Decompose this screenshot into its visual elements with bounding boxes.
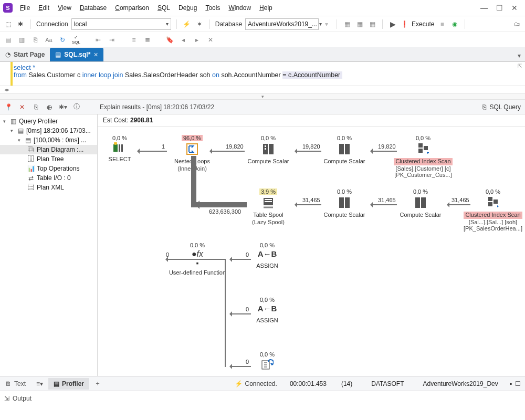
unplug-icon[interactable]: ✶ [195,19,204,29]
db2-icon[interactable]: ▦ [355,19,364,29]
t2-icon-5[interactable]: ≡ [129,35,139,45]
menu-tools[interactable]: Tools [202,2,223,14]
copy-icon[interactable]: ⎘ [32,103,40,111]
t2-icon-1[interactable]: ▤ [3,35,13,45]
stop-flag-icon[interactable]: ❗ [401,20,408,28]
op-compute-scalar-4[interactable]: 0,0 % Compute Scalar [394,188,447,219]
caret-right-icon[interactable]: ◂▸ [4,87,9,92]
plan-diagram-canvas[interactable]: 0,0 % SELECT 96,0 % Nested Loops (Inner … [98,127,525,376]
bottom-tab-add[interactable]: ＋ [89,377,106,390]
sql-check-icon[interactable]: ✓SQL [71,35,81,45]
scroll-up-icon[interactable]: ⇱ [518,63,522,69]
svg-rect-18 [345,197,350,208]
tab-close-icon[interactable]: ✕ [93,51,98,58]
check-icon[interactable]: ◉ [450,19,459,29]
svg-rect-20 [421,197,426,208]
menu-database[interactable]: Database [77,2,110,14]
tab-sql-label: SQL.sql* [64,51,90,58]
op-assign-1[interactable]: 0,0 % A←B ASSIGN [249,242,286,270]
t2-icon-3[interactable]: ⎘ [30,35,40,45]
menu-window[interactable]: Window [225,2,254,14]
db-dd-icon[interactable]: ▾ [322,19,331,29]
tree-pct[interactable]: ▾▤[100,00% : 0ms] ... [0,135,97,145]
edge-cs3-cs4 [371,204,397,205]
tab-overflow-icon[interactable]: ▾ [513,50,525,61]
svg-rect-13 [424,146,428,150]
sql-file-icon: ▤ [55,51,61,58]
maximize-icon[interactable]: ☐ [496,4,503,12]
op-table-spool[interactable]: 3,9 % Table Spool (Lazy Spool) [242,188,295,225]
bookmark-icon[interactable]: 🔖 [165,35,174,45]
tree-plan-tree[interactable]: ⿲Plan Tree [0,154,97,164]
sql-query-icon: ⎘ [482,103,486,111]
op-clustered-scan-1[interactable]: 0,0 % Clustered Index Scan [Sales].[Cust… [389,135,457,178]
tab-start-page[interactable]: ◔ Start Page [0,48,50,61]
bookmark-clear-icon[interactable]: ✕ [206,35,215,45]
outdent-icon[interactable]: ⇥ [107,35,117,45]
off-icon[interactable]: ◐ [45,103,54,111]
menu-help[interactable]: Help [256,2,276,14]
plug-icon[interactable]: ⚡ [182,19,192,29]
t2-icon-4[interactable]: Aa [44,35,54,45]
database-combo[interactable]: AdventureWorks2019_... ▾ [245,18,319,30]
db1-icon[interactable]: ▦ [342,19,352,29]
edge-assign1 [230,259,251,260]
layout-2-icon[interactable]: ☐ [515,380,521,387]
menu-edit[interactable]: Edit [35,2,52,14]
bookmark-prev-icon[interactable]: ◂ [178,35,188,45]
t2-icon-2[interactable]: ▥ [17,35,26,45]
tree-table-io[interactable]: ⇄Table I/O : 0 [0,173,97,183]
menu-file[interactable]: File [17,2,33,14]
svg-rect-11 [418,143,423,148]
bottom-tab-text[interactable]: 🗎Text [0,378,31,390]
menu-view[interactable]: View [55,2,75,14]
indent-icon[interactable]: ⇤ [93,35,103,45]
splitter[interactable]: ▾ [0,93,525,100]
bottom-tab-profiler[interactable]: ▤Profiler [48,378,89,390]
minimize-icon[interactable]: — [480,4,488,12]
t2-icon-6[interactable]: ≣ [143,35,152,45]
pin-icon[interactable]: 📍 [4,103,13,111]
op-assign-2[interactable]: 0,0 % A←B ASSIGN [249,297,286,324]
menu-comparison[interactable]: Comparison [112,2,152,14]
op-compute-scalar-2[interactable]: 0,0 % Compute Scalar [318,135,371,165]
op-clustered-scan-2[interactable]: 0,0 % Clustered Index Scan [Sal...].[Sal… [461,188,524,232]
op-compute-scalar-3[interactable]: 0,0 % Compute Scalar [318,188,371,219]
stop-icon[interactable]: ■ [437,19,447,29]
layout-1-icon[interactable]: ▪ [510,380,512,387]
db3-icon[interactable]: ▦ [368,19,377,29]
tab-sql[interactable]: ▤ SQL.sql* ✕ [50,48,103,61]
text-icon: 🗎 [5,380,12,387]
new-connection-icon[interactable]: ⬚ [3,19,13,29]
delete-icon[interactable]: ✕ [18,103,26,111]
op-compute-scalar-1[interactable]: 0,0 % Compute Scalar [242,135,295,165]
edge-label-5: 623,636,300 [209,208,241,215]
config-icon[interactable]: ✱ [16,19,25,29]
bookmark-next-icon[interactable]: ▸ [192,35,202,45]
close-icon[interactable]: ✕ [511,4,518,12]
output-label[interactable]: Output [13,395,32,402]
tree-root[interactable]: ▾▥Query Profiler [0,117,97,126]
edge-cs2-scan1 [371,151,397,152]
svg-rect-6 [269,144,274,154]
connection-combo[interactable]: local ▾ [71,18,171,30]
bottom-tab-sep[interactable]: ≡▾ [31,378,48,390]
op-ref[interactable]: 0,0 % [249,351,286,370]
tree-run[interactable]: ▾▤[0ms] 18:20:06 17/03... [0,126,97,135]
refresh-icon[interactable]: ↻ [58,35,67,45]
tree-plan-diagram[interactable]: ⿻Plan Diagram :... [0,145,97,154]
history-icon[interactable]: 🗂 [512,19,522,29]
info-icon[interactable]: ⓘ [72,102,81,111]
execute-button[interactable]: Execute [412,20,434,28]
op-select[interactable]: 0,0 % SELECT [104,135,135,163]
tree-top-ops[interactable]: 📊Top Operations [0,164,97,173]
settings-dd-icon[interactable]: ✱▾ [59,103,67,111]
svg-rect-7 [265,145,266,147]
sql-query-button[interactable]: SQL Query [489,103,521,111]
menu-sql[interactable]: SQL [154,2,173,14]
tree-plan-xml[interactable]: ⿳Plan XML [0,183,97,192]
menu-debug[interactable]: Debug [175,2,200,14]
execute-icon[interactable]: ▶ [388,19,397,29]
sql-editor[interactable]: select * from Sales.Customer c inner loo… [0,62,525,86]
app-logo: S [3,3,13,13]
